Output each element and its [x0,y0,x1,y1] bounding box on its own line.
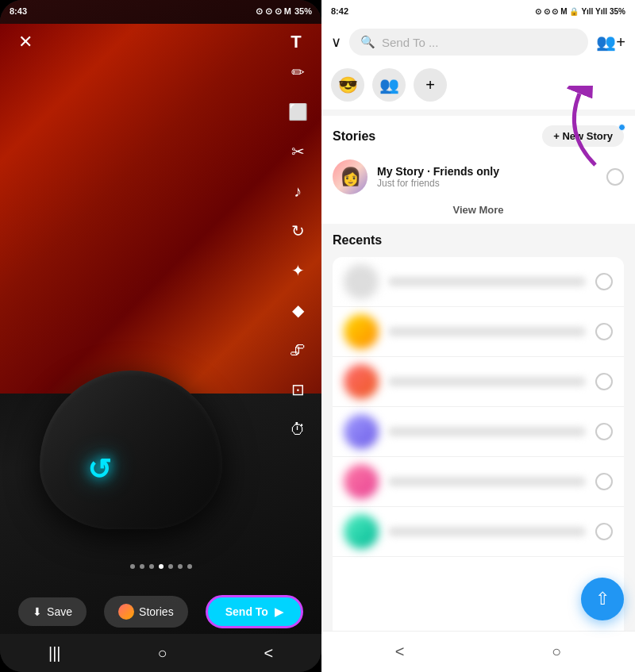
view-more-button[interactable]: View More [333,199,624,217]
status-icons-left: ⊙ ⊙ ⊙ M 35% [256,6,312,17]
recent-radio-1[interactable] [595,273,613,290]
bottom-actions: ⬇ Save Stories Send To ▶ [0,595,321,628]
search-area: ∨ 🔍 Send To ... 👥+ [321,22,635,62]
share-icon: ⇧ [595,589,610,609]
recent-radio-6[interactable] [595,523,613,540]
crop-icon[interactable]: ⊡ [285,377,310,402]
rotate-icon[interactable]: ↻ [285,218,310,244]
recent-radio-2[interactable] [595,323,613,340]
attach-icon[interactable]: 🖇 [285,337,310,363]
share-fab-button[interactable]: ⇧ [581,578,624,620]
pencil-icon[interactable]: ✏ [285,60,310,85]
home-nav-icon[interactable]: ||| [48,644,61,662]
save-icon: ⬇ [33,605,42,618]
magic-icon[interactable]: ✦ [285,258,310,283]
dot-4-active [159,564,164,569]
recent-avatar-1 [344,264,379,299]
recents-nav-icon[interactable]: < [264,644,273,662]
battery-right: 35% [610,7,625,16]
dot-6 [178,564,183,569]
my-story-name: My Story · Friends only [377,165,597,178]
status-bar-left: 8:43 ⊙ ⊙ ⊙ M 35% [0,0,321,22]
dot-3 [149,564,154,569]
search-placeholder: Send To ... [382,36,438,49]
recent-radio-5[interactable] [595,473,613,490]
recent-item-6[interactable] [333,507,624,557]
new-story-dot [618,124,625,131]
scene-background [0,24,321,394]
right-panel: 8:42 ⊙ ⊙ ⊙ M 🔒 Yıll Yıll 35% ∨ 🔍 Send To… [321,0,635,672]
signal-icon: Yıll Yıll [581,7,607,16]
send-arrow-icon: ▶ [275,605,283,618]
new-story-label: + New Story [553,130,613,142]
dot-1 [130,564,135,569]
send-to-label: Send To [225,605,268,618]
left-panel: ↺ 8:43 ⊙ ⊙ ⊙ M 35% ✕ T ✏ ⬜ ✂ ♪ ↻ ✦ ◆ 🖇 ⊡… [0,0,321,672]
scissors-icon[interactable]: ✂ [285,139,310,164]
my-story-radio[interactable] [606,168,624,186]
my-story-avatar: 👩 [333,159,368,194]
new-story-button[interactable]: + New Story [542,125,624,147]
recent-item-3[interactable] [333,357,624,407]
stories-header: Stories + New Story [333,125,624,147]
stories-section-label: Stories [333,129,375,144]
stories-button[interactable]: Stories [104,596,188,628]
recent-name-5 [388,477,586,486]
dot-2 [140,564,144,569]
music-icon[interactable]: ♪ [285,179,310,204]
chip-add[interactable]: + [414,68,447,102]
recent-avatar-3 [344,364,379,399]
status-icons-right: ⊙ ⊙ ⊙ M 🔒 Yıll Yıll 35% [535,7,625,16]
my-story-sub: Just for friends [377,178,597,189]
dot-5 [168,564,173,569]
recent-avatar-5 [344,464,379,499]
time-left: 8:43 [10,6,27,16]
timer-icon[interactable]: ⏱ [285,417,310,442]
chip-sunglasses[interactable]: 😎 [331,68,364,102]
my-story-item[interactable]: 👩 My Story · Friends only Just for frien… [333,155,624,199]
recent-name-1 [388,277,586,286]
mouse-logo: ↺ [75,450,123,490]
search-icon: 🔍 [360,35,375,49]
recent-name-2 [388,327,586,336]
recent-item-5[interactable] [333,457,624,507]
recents-list [333,257,624,672]
stories-section: Stories + New Story 👩 My Story · Friends… [321,116,635,224]
recent-radio-4[interactable] [595,423,613,440]
recent-radio-3[interactable] [595,373,613,390]
send-to-button[interactable]: Send To ▶ [206,595,303,628]
recent-name-3 [388,377,586,386]
text-tool-button[interactable]: T [283,29,309,55]
sticker-icon[interactable]: ⬜ [285,99,310,125]
battery-left: 35% [294,6,312,16]
status-bar-right: 8:42 ⊙ ⊙ ⊙ M 🔒 Yıll Yıll 35% [321,0,635,22]
recent-item-2[interactable] [333,307,624,357]
recent-item-1[interactable] [333,257,624,307]
stories-avatar [118,604,134,620]
recent-item-4[interactable] [333,407,624,457]
back-arrow-button[interactable]: ∨ [331,33,341,51]
back-nav-icon[interactable]: ○ [157,644,167,662]
add-friends-button[interactable]: 👥+ [596,33,625,52]
recents-label: Recents [333,233,624,248]
dot-7 [187,564,192,569]
eraser-icon[interactable]: ◆ [285,298,310,323]
save-label: Save [47,605,72,618]
save-button[interactable]: ⬇ Save [18,597,87,626]
recent-name-6 [388,527,586,536]
nav-bar-left: ||| ○ < [0,634,321,672]
nav-bar-right: < ○ [321,631,635,672]
recent-avatar-4 [344,414,379,449]
recent-name-4 [388,427,586,436]
chip-friends[interactable]: 👥 [372,68,406,102]
search-bar[interactable]: 🔍 Send To ... [349,29,588,56]
right-toolbar: ✏ ⬜ ✂ ♪ ↻ ✦ ◆ 🖇 ⊡ ⏱ [285,60,310,442]
recent-avatar-6 [344,514,379,549]
recent-avatar-2 [344,314,379,349]
recents-section: Recents [321,224,635,257]
stories-label: Stories [139,605,174,618]
home-button-right[interactable]: ○ [552,643,561,661]
close-button[interactable]: ✕ [13,29,38,55]
time-right: 8:42 [331,6,348,16]
back-button-right[interactable]: < [395,643,405,661]
